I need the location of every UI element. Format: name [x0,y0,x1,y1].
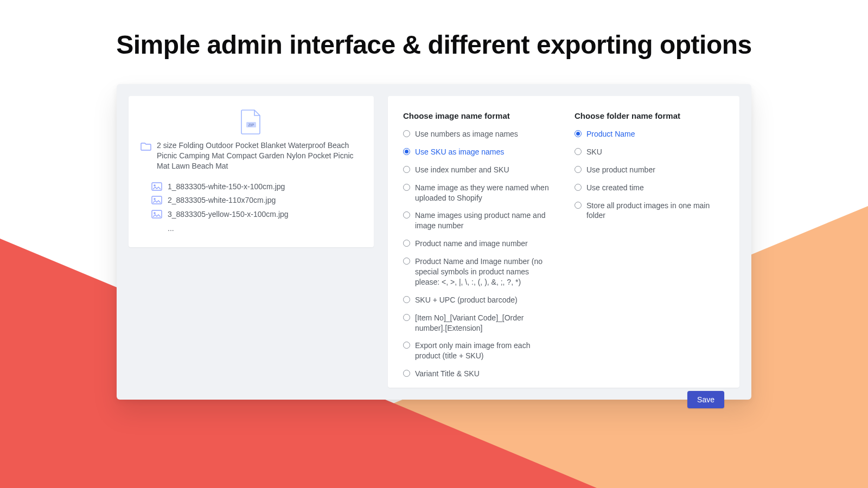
radio-icon [403,296,410,303]
image-format-heading: Choose image name format [403,111,553,120]
folder-icon [141,142,151,151]
radio-icon [403,211,410,219]
radio-icon [575,166,582,173]
radio-label: Store all product images in one main fol… [586,201,724,221]
image-format-options: Use numbers as image namesUse SKU as ima… [403,129,553,379]
image-format-option[interactable]: SKU + UPC (product barcode) [403,295,553,305]
page-title: Simple admin interface & different expor… [0,0,868,60]
preview-file-item: 3_8833305-yellow-150-x-100cm.jpg [151,209,362,221]
radio-label: Export only main image from each product… [415,341,553,361]
svg-point-5 [154,198,156,200]
image-format-option[interactable]: Use SKU as image names [403,147,553,157]
image-format-option[interactable]: Use numbers as image names [403,129,553,139]
radio-label: Use numbers as image names [415,129,553,139]
radio-label: Variant Title & SKU [415,369,553,379]
radio-icon [403,148,410,155]
radio-label: Product Name [586,129,724,139]
radio-label: Product Name and Image number (no specia… [415,256,553,287]
radio-label: Use SKU as image names [415,147,553,157]
radio-label: Use product number [586,165,724,175]
image-format-option[interactable]: Product name and image number [403,239,553,249]
export-settings-card: Choose image name format Use numbers as … [388,96,739,388]
preview-folder-name: 2 size Folding Outdoor Pocket Blanket Wa… [157,140,362,171]
svg-text:ZIP: ZIP [248,123,254,127]
image-format-option[interactable]: Variant Title & SKU [403,369,553,379]
folder-format-heading: Choose folder name format [575,111,724,120]
image-file-icon [151,210,162,220]
image-format-option[interactable]: Use index number and SKU [403,165,553,175]
radio-icon [403,240,410,247]
radio-label: Name image as they were named when uploa… [415,183,553,203]
preview-file-name: 3_8833305-yellow-150-x-100cm.jpg [168,209,289,221]
radio-icon [575,202,582,209]
preview-file-name: 2_8833305-white-110x70cm.jpg [168,195,276,207]
radio-label: SKU [586,147,724,157]
admin-panel: ZIP 2 size Folding Outdoor Pocket Blanke… [117,84,751,400]
folder-format-option[interactable]: Use created time [575,183,724,193]
radio-icon [575,130,582,137]
folder-format-option[interactable]: Product Name [575,129,724,139]
radio-icon [575,148,582,155]
preview-more-indicator: ... [151,223,362,235]
radio-icon [403,166,410,173]
image-format-option[interactable]: [Item No]_[Variant Code]_[Order number].… [403,313,553,333]
svg-point-3 [154,184,156,187]
radio-icon [403,342,410,349]
preview-file-list: 1_8833305-white-150-x-100cm.jpg 2_883330… [141,181,362,235]
radio-icon [403,258,410,265]
radio-label: Use created time [586,183,724,193]
radio-icon [403,314,410,321]
image-format-option[interactable]: Export only main image from each product… [403,341,553,361]
image-format-option[interactable]: Product Name and Image number (no specia… [403,256,553,287]
export-preview-card: ZIP 2 size Folding Outdoor Pocket Blanke… [129,96,374,247]
folder-format-option[interactable]: SKU [575,147,724,157]
radio-label: Product name and image number [415,239,553,249]
radio-label: SKU + UPC (product barcode) [415,295,553,305]
image-format-option[interactable]: Name image as they were named when uploa… [403,183,553,203]
folder-format-option[interactable]: Use product number [575,165,724,175]
radio-label: Use index number and SKU [415,165,553,175]
radio-icon [575,184,582,191]
save-button[interactable]: Save [687,391,724,408]
radio-label: [Item No]_[Variant Code]_[Order number].… [415,313,553,333]
zip-file-icon: ZIP [239,109,263,135]
preview-folder-row: 2 size Folding Outdoor Pocket Blanket Wa… [141,140,362,171]
radio-icon [403,370,410,377]
image-file-icon [151,196,162,206]
radio-label: Name images using product name and image… [415,210,553,231]
radio-icon [403,130,410,137]
svg-point-7 [154,212,156,214]
radio-icon [403,184,410,191]
preview-file-item: 1_8833305-white-150-x-100cm.jpg [151,181,362,193]
folder-name-format-column: Choose folder name format Product NameSK… [575,111,724,387]
preview-file-item: 2_8833305-white-110x70cm.jpg [151,195,362,207]
folder-format-options: Product NameSKUUse product numberUse cre… [575,129,724,221]
image-file-icon [151,182,162,192]
image-format-option[interactable]: Name images using product name and image… [403,210,553,231]
image-name-format-column: Choose image name format Use numbers as … [403,111,553,387]
folder-format-option[interactable]: Store all product images in one main fol… [575,201,724,221]
preview-file-name: 1_8833305-white-150-x-100cm.jpg [168,181,285,193]
